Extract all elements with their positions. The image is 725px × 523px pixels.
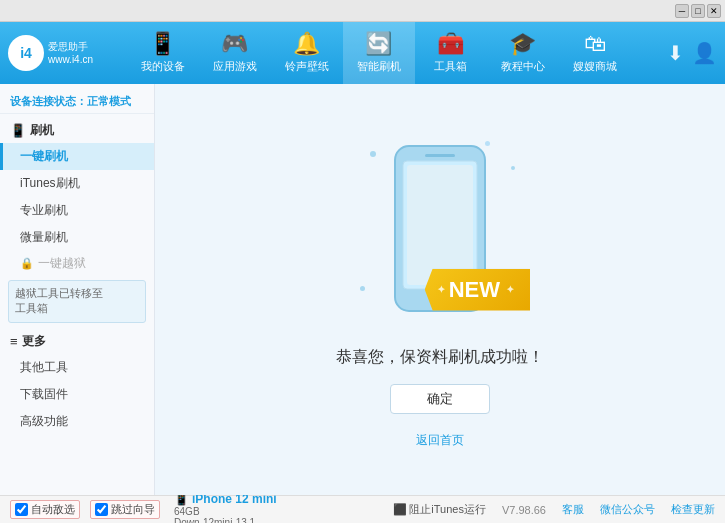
bottom-bar: 自动敌选 跳过向导 📱 iPhone 12 mini 64GB Down-12m…: [0, 495, 725, 523]
skip-wizard-checkbox[interactable]: 跳过向导: [90, 500, 160, 519]
content-area: NEW 恭喜您，保资料刷机成功啦！ 确定 返回首页: [155, 84, 725, 495]
logo-text: 爱思助手 www.i4.cn: [48, 40, 93, 66]
sidebar-item-download-firmware[interactable]: 下载固件: [0, 381, 154, 408]
sparkle-3: [511, 166, 515, 170]
main-area: 设备连接状态：正常模式 📱 刷机 一键刷机 iTunes刷机 专业刷机 微量刷机…: [0, 84, 725, 495]
sidebar-item-save-data-flash[interactable]: 微量刷机: [0, 224, 154, 251]
sidebar-item-one-click-flash[interactable]: 一键刷机: [0, 143, 154, 170]
header-right: ⬇ 👤: [667, 41, 717, 65]
skip-wizard-input[interactable]: [95, 503, 108, 516]
my-device-icon: 📱: [149, 33, 176, 55]
phone-container: NEW: [340, 131, 540, 331]
title-bar: ─ □ ✕: [0, 0, 725, 22]
minimize-button[interactable]: ─: [675, 4, 689, 18]
auto-dismiss-checkbox[interactable]: 自动敌选: [10, 500, 80, 519]
nav-my-device[interactable]: 📱 我的设备: [127, 22, 199, 84]
success-message: 恭喜您，保资料刷机成功啦！: [336, 347, 544, 368]
more-section-header[interactable]: ≡ 更多: [0, 327, 154, 354]
user-button[interactable]: 👤: [692, 41, 717, 65]
jailbreak-disabled: 🔒 一键越狱: [0, 251, 154, 276]
sidebar-item-pro-flash[interactable]: 专业刷机: [0, 197, 154, 224]
device-info: 📱 iPhone 12 mini 64GB Down-12mini-13,1: [174, 492, 277, 524]
close-button[interactable]: ✕: [707, 4, 721, 18]
flash-section-icon: 📱: [10, 123, 26, 138]
connection-status: 设备连接状态：正常模式: [0, 88, 154, 114]
nav-tutorial[interactable]: 🎓 教程中心: [487, 22, 559, 84]
nav-toolbox[interactable]: 🧰 工具箱: [415, 22, 487, 84]
header: i4 爱思助手 www.i4.cn 📱 我的设备 🎮 应用游戏 🔔 铃声壁纸 🔄…: [0, 22, 725, 84]
sidebar-item-itunes-flash[interactable]: iTunes刷机: [0, 170, 154, 197]
ringtone-icon: 🔔: [293, 33, 320, 55]
download-button[interactable]: ⬇: [667, 41, 684, 65]
device-model: Down-12mini-13,1: [174, 517, 277, 524]
stop-itunes-button[interactable]: ⬛ 阻止iTunes运行: [393, 502, 486, 517]
toolbox-icon: 🧰: [437, 33, 464, 55]
new-badge: NEW: [425, 269, 530, 311]
auto-dismiss-input[interactable]: [15, 503, 28, 516]
nav-apps-games[interactable]: 🎮 应用游戏: [199, 22, 271, 84]
logo-area: i4 爱思助手 www.i4.cn: [8, 35, 98, 71]
bottom-left: 自动敌选 跳过向导 📱 iPhone 12 mini 64GB Down-12m…: [10, 492, 393, 524]
apps-games-icon: 🎮: [221, 33, 248, 55]
appstore-icon: 🛍: [584, 33, 606, 55]
svg-rect-3: [425, 154, 455, 157]
customer-service-link[interactable]: 客服: [562, 502, 584, 517]
confirm-button[interactable]: 确定: [390, 384, 490, 414]
nav-smart-shop[interactable]: 🔄 智能刷机: [343, 22, 415, 84]
lock-icon: 🔒: [20, 257, 34, 270]
window-controls[interactable]: ─ □ ✕: [675, 4, 721, 18]
sidebar-item-advanced[interactable]: 高级功能: [0, 408, 154, 435]
new-badge-label: NEW: [425, 269, 530, 311]
stop-icon: ⬛: [393, 503, 407, 516]
illustration: NEW 恭喜您，保资料刷机成功啦！ 确定 返回首页: [336, 131, 544, 449]
back-link[interactable]: 返回首页: [416, 432, 464, 449]
logo-icon: i4: [8, 35, 44, 71]
sparkle-4: [360, 286, 365, 291]
svg-rect-4: [407, 165, 473, 285]
sidebar: 设备连接状态：正常模式 📱 刷机 一键刷机 iTunes刷机 专业刷机 微量刷机…: [0, 84, 155, 495]
bottom-right: ⬛ 阻止iTunes运行 V7.98.66 客服 微信公众号 检查更新: [393, 502, 715, 517]
sidebar-item-other-tools[interactable]: 其他工具: [0, 354, 154, 381]
nav-ringtone-wallpaper[interactable]: 🔔 铃声壁纸: [271, 22, 343, 84]
nav-appstore[interactable]: 🛍 嫂嫂商城: [559, 22, 631, 84]
more-icon: ≡: [10, 334, 18, 349]
tutorial-icon: 🎓: [509, 33, 536, 55]
maximize-button[interactable]: □: [691, 4, 705, 18]
check-update-link[interactable]: 检查更新: [671, 502, 715, 517]
flash-section-header[interactable]: 📱 刷机: [0, 118, 154, 143]
version-text: V7.98.66: [502, 504, 546, 516]
jailbreak-info-box: 越狱工具已转移至工具箱: [8, 280, 146, 323]
device-details: 64GB: [174, 506, 277, 517]
smart-shop-icon: 🔄: [365, 33, 392, 55]
nav-bar: 📱 我的设备 🎮 应用游戏 🔔 铃声壁纸 🔄 智能刷机 🧰 工具箱 🎓 教程中心…: [98, 22, 659, 84]
wechat-public-link[interactable]: 微信公众号: [600, 502, 655, 517]
